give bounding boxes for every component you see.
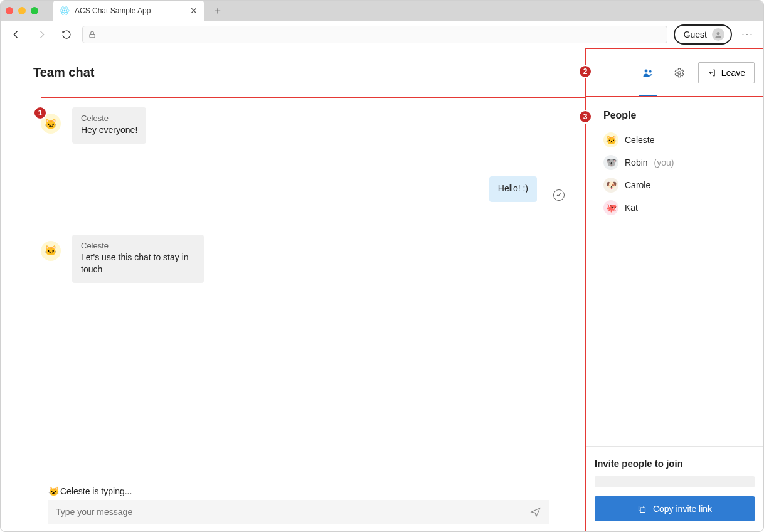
browser-toolbar: Guest ···	[1, 21, 763, 48]
gear-icon	[674, 67, 685, 78]
person-row: 🐨Robin(you)	[603, 155, 755, 170]
people-tab-button[interactable]	[635, 61, 661, 84]
copy-invite-button[interactable]: Copy invite link	[595, 496, 755, 521]
person-row: 🐶Carole	[603, 178, 755, 193]
compose-box	[48, 500, 549, 524]
typing-indicator: 🐱 Celeste is typing...	[48, 486, 549, 496]
forward-button[interactable]	[32, 25, 51, 44]
typing-avatar-icon: 🐱	[48, 486, 59, 496]
you-tag: (you)	[654, 157, 674, 168]
refresh-button[interactable]	[57, 25, 76, 44]
svg-rect-4	[90, 34, 95, 37]
person-name: Kat	[625, 203, 638, 213]
typing-text: Celeste is typing...	[60, 486, 132, 496]
copy-invite-label: Copy invite link	[653, 504, 712, 514]
browser-tabbar: ACS Chat Sample App ✕ ＋	[1, 1, 763, 21]
person-name: Robin	[625, 157, 648, 168]
react-favicon-icon	[60, 6, 70, 16]
callout-badge-3: 3	[578, 110, 592, 124]
people-list: 🐱Celeste🐨Robin(you)🐶Carole🐙Kat	[603, 132, 755, 215]
svg-point-7	[649, 70, 652, 72]
leave-button[interactable]: Leave	[698, 62, 755, 83]
message-text: Hey everyone!	[81, 124, 137, 136]
close-tab-icon[interactable]: ✕	[190, 6, 198, 16]
new-tab-button[interactable]: ＋	[209, 2, 226, 19]
message-avatar-icon: 🐱	[41, 241, 61, 261]
message-row: 🐱CelesteLet's use this chat to stay in t…	[41, 235, 565, 283]
message-text: Hello! :)	[498, 183, 528, 194]
profile-pill[interactable]: Guest	[674, 24, 732, 45]
invite-section: Invite people to join Copy invite link	[586, 446, 763, 531]
svg-rect-9	[640, 508, 645, 513]
message-author: Celeste	[81, 114, 137, 123]
send-icon	[530, 506, 541, 518]
message-input[interactable]	[56, 507, 530, 517]
callout-badge-2: 2	[578, 65, 592, 78]
svg-point-6	[644, 69, 647, 72]
person-avatar-icon: 🐱	[603, 132, 618, 147]
message-bubble: Hello! :)	[489, 176, 537, 202]
send-button[interactable]	[530, 506, 541, 518]
settings-tab-button[interactable]	[667, 61, 692, 84]
message-bubble: CelesteHey everyone!	[72, 107, 146, 144]
chat-header: Team chat	[1, 48, 585, 97]
minimize-window-icon[interactable]	[18, 7, 26, 14]
svg-point-0	[64, 10, 66, 12]
person-avatar-icon: 🐙	[603, 200, 618, 215]
person-avatar-icon: 🐶	[603, 178, 618, 193]
message-author: Celeste	[81, 241, 195, 250]
window-controls	[6, 7, 38, 14]
svg-point-8	[678, 71, 681, 74]
delivery-status-icon	[553, 189, 565, 201]
back-button[interactable]	[7, 25, 26, 44]
person-name: Celeste	[625, 135, 654, 145]
page-title: Team chat	[33, 65, 94, 80]
people-title: People	[603, 110, 755, 121]
leave-icon	[708, 68, 716, 77]
browser-menu-button[interactable]: ···	[738, 29, 757, 40]
profile-label: Guest	[684, 29, 707, 40]
people-icon	[642, 67, 654, 78]
svg-point-5	[717, 31, 720, 35]
person-name: Carole	[625, 180, 650, 190]
message-row: Hello! :)	[41, 176, 565, 202]
address-bar[interactable]	[82, 26, 667, 43]
message-list: 🐱CelesteHey everyone!Hello! :)🐱CelesteLe…	[41, 107, 565, 283]
person-row: 🐙Kat	[603, 200, 755, 215]
tab-title: ACS Chat Sample App	[75, 6, 151, 15]
message-bubble: CelesteLet's use this chat to stay in to…	[72, 235, 204, 283]
lock-icon	[88, 30, 97, 39]
copy-icon	[637, 504, 647, 514]
person-avatar-icon: 🐨	[603, 155, 618, 170]
message-row: 🐱CelesteHey everyone!	[41, 107, 565, 144]
message-text: Let's use this chat to stay in touch	[81, 252, 195, 275]
callout-badge-1: 1	[33, 106, 47, 120]
close-window-icon[interactable]	[6, 7, 13, 14]
leave-label: Leave	[721, 68, 745, 78]
person-row: 🐱Celeste	[603, 132, 755, 147]
browser-tab[interactable]: ACS Chat Sample App ✕	[53, 1, 204, 21]
guest-avatar-icon	[712, 28, 724, 41]
invite-link-field[interactable]	[595, 476, 755, 487]
maximize-window-icon[interactable]	[31, 7, 38, 14]
invite-title: Invite people to join	[595, 458, 755, 469]
